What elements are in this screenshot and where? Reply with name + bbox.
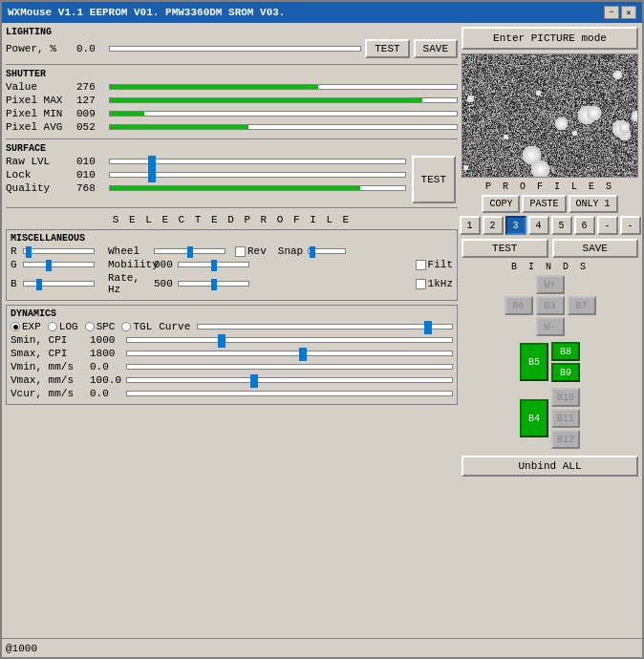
g-slider[interactable] bbox=[23, 262, 95, 267]
curve-label: Curve bbox=[159, 321, 190, 332]
quality-slider[interactable] bbox=[109, 185, 406, 191]
mobility-slider[interactable] bbox=[178, 262, 249, 267]
surface-label: SURFACE bbox=[6, 143, 458, 154]
copy-button[interactable]: COPY bbox=[482, 195, 520, 213]
pixelmax-row: Pixel MAX 127 bbox=[6, 95, 458, 106]
b8b9-buttons: B8 B9 bbox=[551, 342, 580, 382]
paste-button[interactable]: PASTE bbox=[522, 195, 566, 213]
lock-label: Lock bbox=[6, 169, 73, 181]
khz-checkbox-label[interactable]: 1kHz bbox=[416, 278, 453, 289]
b4-button[interactable]: B4 bbox=[520, 399, 548, 437]
snap-slider[interactable] bbox=[308, 248, 346, 254]
window-title: WXMouse V1.1 EEPROM V01. PMW3360DM SROM … bbox=[8, 7, 285, 18]
b7-button[interactable]: B7 bbox=[568, 296, 596, 315]
exp-radio[interactable] bbox=[11, 322, 20, 331]
spc-radio[interactable] bbox=[85, 322, 95, 331]
surface-test-button[interactable]: TEST bbox=[412, 156, 456, 203]
profile-dash1-button[interactable]: - bbox=[597, 216, 618, 235]
pixelmax-slider[interactable] bbox=[109, 97, 458, 103]
curve-slider[interactable] bbox=[197, 324, 453, 330]
spc-radio-label[interactable]: SPC bbox=[85, 321, 116, 332]
vmax-value: 100.0 bbox=[90, 374, 123, 386]
profile-5-button[interactable]: 5 bbox=[551, 216, 572, 235]
vmax-row: Vmax, mm/s 100.0 bbox=[11, 374, 453, 386]
dynamics-section: DYNAMICS EXP LOG SPC bbox=[6, 305, 458, 405]
smax-row: Smax, CPI 1800 bbox=[11, 348, 453, 359]
dynamics-radio-row: EXP LOG SPC TGL Curve bbox=[11, 321, 453, 332]
b6-button[interactable]: B6 bbox=[504, 296, 533, 315]
smax-slider[interactable] bbox=[126, 351, 453, 356]
tgl-radio-label[interactable]: TGL bbox=[121, 321, 152, 332]
rate-value: 500 bbox=[154, 278, 173, 289]
rawlvl-num: 010 bbox=[76, 156, 105, 167]
khz-checkbox[interactable] bbox=[416, 279, 426, 289]
log-radio-label[interactable]: LOG bbox=[48, 321, 78, 332]
value-slider[interactable] bbox=[109, 84, 458, 90]
filt-checkbox[interactable] bbox=[416, 260, 426, 270]
profile-1-button[interactable]: 1 bbox=[460, 216, 481, 235]
pixelavg-label: Pixel AVG bbox=[6, 121, 73, 133]
main-content: LIGHTING Power, % 0.0 TEST SAVE SHUTTER … bbox=[2, 23, 642, 638]
binds-row2: B5 B8 B9 bbox=[462, 342, 638, 382]
exp-radio-label[interactable]: EXP bbox=[11, 321, 41, 332]
unbind-all-button[interactable]: Unbind ALL bbox=[462, 456, 638, 477]
b12-button[interactable]: B12 bbox=[551, 430, 580, 449]
misc-b-row: B Rate, Hz 500 1kHz bbox=[11, 272, 453, 295]
wminus-button[interactable]: W- bbox=[536, 317, 565, 336]
rate-slider[interactable] bbox=[178, 281, 249, 287]
b-slider[interactable] bbox=[23, 281, 95, 287]
filt-checkbox-label[interactable]: Filt bbox=[416, 259, 453, 270]
tgl-label: TGL bbox=[133, 321, 152, 332]
profile-test-button[interactable]: TEST bbox=[462, 239, 548, 258]
rev-checkbox-label[interactable]: Rev bbox=[235, 245, 267, 257]
pixelmin-slider[interactable] bbox=[109, 111, 458, 117]
enter-picture-button[interactable]: Enter PICTURE mode bbox=[462, 27, 638, 50]
binds-row1: B6 W+ B3 W- B7 bbox=[462, 275, 638, 336]
minimize-button[interactable]: − bbox=[604, 6, 619, 19]
binds-section: B I N D S B6 W+ B3 W- B7 B5 B8 bbox=[462, 262, 638, 477]
wplus-button[interactable]: W+ bbox=[536, 275, 565, 294]
rev-checkbox[interactable] bbox=[235, 246, 246, 257]
power-value: 0.0 bbox=[76, 43, 105, 54]
value-label: Value bbox=[6, 81, 73, 93]
khz-label: 1kHz bbox=[428, 278, 453, 289]
b3-button[interactable]: B3 bbox=[536, 296, 565, 315]
b9-button[interactable]: B9 bbox=[551, 363, 580, 382]
g-label: G bbox=[11, 259, 20, 270]
close-button[interactable]: ✕ bbox=[621, 6, 636, 19]
window-controls: − ✕ bbox=[604, 6, 636, 19]
profile-dash2-button[interactable]: - bbox=[620, 216, 641, 235]
profile-3-button[interactable]: 3 bbox=[505, 216, 526, 235]
profile-save-button[interactable]: SAVE bbox=[552, 239, 639, 258]
right-panel: Enter PICTURE mode P R O F I L E S COPY … bbox=[462, 27, 638, 634]
lock-num: 010 bbox=[76, 169, 105, 181]
log-radio[interactable] bbox=[48, 322, 57, 331]
smin-slider[interactable] bbox=[126, 337, 453, 343]
vmax-slider[interactable] bbox=[126, 377, 453, 383]
camera-canvas bbox=[462, 54, 637, 178]
pixelmax-label: Pixel MAX bbox=[6, 95, 73, 106]
r-slider[interactable] bbox=[23, 248, 95, 254]
rawlvl-slider[interactable] bbox=[109, 159, 406, 164]
wheel-slider[interactable] bbox=[154, 248, 225, 254]
b11-button[interactable]: B11 bbox=[551, 409, 580, 428]
profile-2-button[interactable]: 2 bbox=[483, 216, 504, 235]
lighting-save-button[interactable]: SAVE bbox=[414, 39, 458, 58]
vcur-row: Vcur, mm/s 0.0 bbox=[11, 388, 453, 399]
only1-button[interactable]: ONLY 1 bbox=[569, 195, 618, 213]
lock-slider[interactable] bbox=[109, 172, 406, 178]
profile-4-button[interactable]: 4 bbox=[528, 216, 549, 235]
smin-row: Smin, CPI 1000 bbox=[11, 334, 453, 346]
pixelavg-slider[interactable] bbox=[109, 124, 458, 130]
profile-6-button[interactable]: 6 bbox=[574, 216, 595, 235]
tgl-radio[interactable] bbox=[121, 322, 131, 331]
b8-button[interactable]: B8 bbox=[551, 342, 580, 361]
exp-label: EXP bbox=[22, 321, 41, 332]
vcur-slider[interactable] bbox=[126, 391, 453, 396]
lighting-test-button[interactable]: TEST bbox=[365, 39, 409, 58]
vmin-slider[interactable] bbox=[126, 364, 453, 370]
b5-button[interactable]: B5 bbox=[520, 343, 548, 381]
vmin-row: Vmin, mm/s 0.0 bbox=[11, 361, 453, 372]
b10-button[interactable]: B10 bbox=[551, 388, 580, 407]
power-slider[interactable] bbox=[109, 46, 361, 52]
